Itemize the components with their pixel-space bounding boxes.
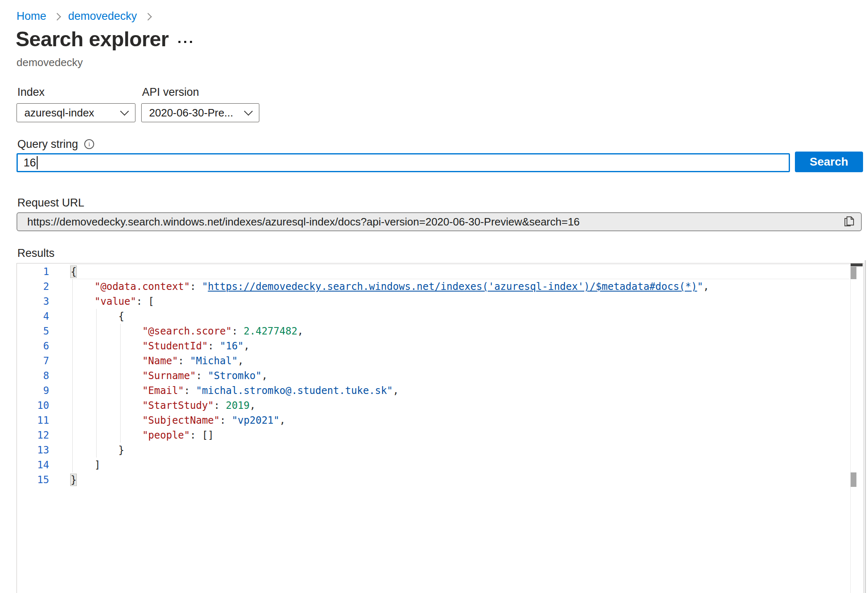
code-token bbox=[71, 429, 142, 441]
code-token: "michal.stromko@.student.tuke.sk" bbox=[196, 385, 393, 396]
query-string-label: Query string bbox=[17, 138, 78, 151]
code-token: "@search.score" bbox=[142, 325, 232, 337]
code-token: : bbox=[220, 415, 232, 426]
line-number: 1 bbox=[17, 264, 49, 279]
code-token: : bbox=[184, 385, 196, 396]
code-token: 2.4277482 bbox=[244, 325, 297, 337]
index-label: Index bbox=[17, 86, 45, 99]
code-token: : bbox=[208, 340, 220, 352]
code-token: ] bbox=[71, 459, 100, 471]
line-number: 2 bbox=[17, 279, 49, 294]
code-token: , bbox=[297, 325, 303, 337]
line-number: 14 bbox=[17, 458, 49, 472]
code-token: "Surname" bbox=[142, 370, 196, 382]
code-line: ] bbox=[71, 458, 100, 472]
code-line: "people": [] bbox=[71, 428, 214, 443]
code-line: "StudentId": "16", bbox=[71, 339, 250, 353]
code-line: } bbox=[71, 472, 76, 487]
copy-icon[interactable] bbox=[843, 214, 855, 230]
code-line: "@search.score": 2.4277482, bbox=[71, 324, 304, 339]
scrollbar-thumb[interactable] bbox=[851, 267, 856, 279]
code-token: 2019 bbox=[226, 400, 250, 411]
line-number: 11 bbox=[17, 413, 49, 428]
overview-ruler-mark bbox=[851, 472, 856, 487]
code-token: , bbox=[261, 370, 267, 382]
more-commands-button[interactable] bbox=[178, 41, 192, 43]
query-string-value: 16 bbox=[24, 157, 36, 169]
code-token bbox=[71, 340, 142, 352]
code-token: "Name" bbox=[142, 355, 178, 367]
search-button[interactable]: Search bbox=[795, 152, 863, 172]
code-token: "value" bbox=[95, 296, 136, 307]
line-number: 9 bbox=[17, 383, 49, 398]
text-caret bbox=[37, 156, 38, 169]
code-token: , bbox=[393, 385, 398, 396]
code-token: : bbox=[232, 325, 244, 337]
page-title: Search explorer bbox=[16, 27, 168, 51]
code-token: { bbox=[71, 266, 76, 278]
code-token bbox=[71, 281, 95, 292]
info-icon[interactable]: i bbox=[84, 139, 94, 149]
code-token bbox=[71, 296, 95, 307]
code-link[interactable]: https://demovedecky.search.windows.net/i… bbox=[208, 281, 697, 292]
code-token: "Stromko" bbox=[208, 370, 261, 382]
code-token: "16" bbox=[220, 340, 244, 352]
code-token bbox=[71, 370, 142, 382]
code-token: "vp2021" bbox=[232, 415, 280, 426]
code-token: : bbox=[190, 281, 202, 292]
code-token: "people" bbox=[142, 429, 190, 441]
indent-guide bbox=[120, 324, 121, 443]
code-line: "SubjectName": "vp2021", bbox=[71, 413, 285, 428]
code-token: } bbox=[71, 474, 76, 486]
line-number: 8 bbox=[17, 368, 49, 383]
index-select[interactable]: azuresql-index bbox=[17, 103, 135, 122]
code-line: { bbox=[71, 309, 124, 324]
code-token: "Michal" bbox=[190, 355, 238, 367]
api-version-label: API version bbox=[142, 86, 199, 99]
code-token: , bbox=[703, 281, 709, 292]
code-token: , bbox=[244, 340, 249, 352]
results-editor[interactable]: 123456789101112131415 { "@odata.context"… bbox=[17, 263, 864, 593]
api-version-select-value: 2020-06-30-Pre... bbox=[149, 107, 233, 119]
code-token bbox=[71, 415, 142, 426]
code-token: : bbox=[196, 370, 208, 382]
line-number: 12 bbox=[17, 428, 49, 443]
code-token: "@odata.context" bbox=[95, 281, 190, 292]
overview-ruler-mark bbox=[851, 263, 863, 266]
line-number: 10 bbox=[17, 398, 49, 413]
code-token: { bbox=[71, 311, 124, 322]
request-url-value: https://demovedecky.search.windows.net/i… bbox=[27, 216, 843, 228]
code-token: : bbox=[214, 400, 226, 411]
chevron-down-icon bbox=[120, 107, 129, 116]
code-token: "Email" bbox=[142, 385, 184, 396]
code-token: "StartStudy" bbox=[142, 400, 213, 411]
scrollbar-track-edge bbox=[850, 263, 851, 593]
page-subtitle: demovedecky bbox=[17, 56, 83, 69]
page-scrollbar[interactable] bbox=[865, 260, 866, 593]
code-token bbox=[71, 355, 142, 367]
breadcrumb-home-link[interactable]: Home bbox=[17, 10, 46, 23]
line-number: 5 bbox=[17, 324, 49, 339]
search-explorer-page: Home demovedecky Search explorer demoved… bbox=[0, 0, 868, 593]
code-token: , bbox=[238, 355, 244, 367]
line-number: 6 bbox=[17, 339, 49, 353]
code-token bbox=[71, 325, 142, 337]
line-number: 13 bbox=[17, 443, 49, 458]
code-line: "Surname": "Stromko", bbox=[71, 368, 268, 383]
code-token: "SubjectName" bbox=[142, 415, 220, 426]
chevron-right-icon bbox=[144, 13, 152, 20]
code-token: : [ bbox=[136, 296, 154, 307]
query-string-input[interactable]: 16 bbox=[17, 153, 790, 172]
breadcrumb-service-link[interactable]: demovedecky bbox=[68, 10, 137, 23]
line-number: 3 bbox=[17, 294, 49, 309]
request-url-label: Request URL bbox=[17, 197, 84, 209]
code-line: "StartStudy": 2019, bbox=[71, 398, 256, 413]
code-token: " bbox=[202, 281, 208, 292]
code-token: } bbox=[71, 444, 124, 456]
line-number: 4 bbox=[17, 309, 49, 324]
line-number: 7 bbox=[17, 353, 49, 368]
api-version-select[interactable]: 2020-06-30-Pre... bbox=[141, 103, 259, 122]
index-select-value: azuresql-index bbox=[24, 107, 94, 119]
code-token bbox=[71, 385, 142, 396]
code-token: , bbox=[249, 400, 255, 411]
